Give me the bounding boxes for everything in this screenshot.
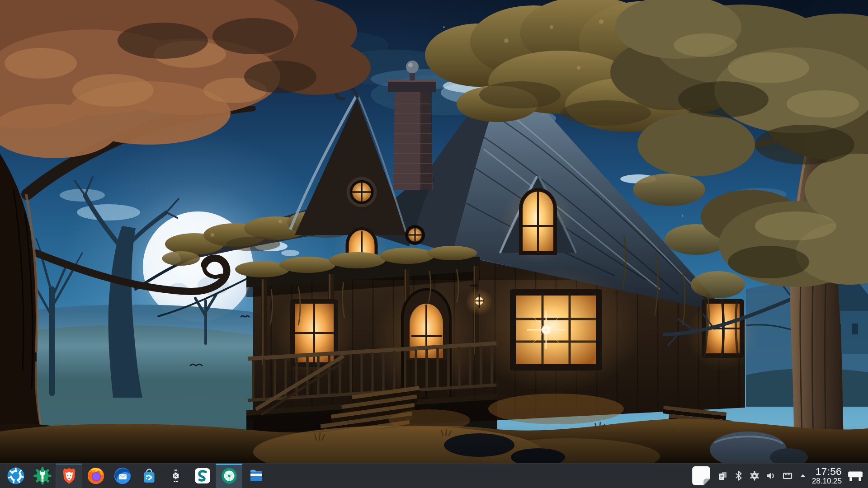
taskbar: K: [0, 463, 868, 488]
discover-bag-icon: [140, 467, 158, 485]
note-tray-button[interactable]: [691, 465, 712, 486]
caret-up-icon: [799, 472, 807, 479]
gear-wrench-icon: [33, 467, 52, 485]
network-tray-button[interactable]: [782, 471, 793, 481]
surfshark-icon: [193, 467, 212, 485]
volume-icon: [766, 471, 776, 481]
note-icon: [691, 465, 712, 486]
taskbar-app-brave[interactable]: [56, 464, 82, 488]
ethernet-icon: [782, 471, 793, 481]
taskbar-app-discover[interactable]: [136, 464, 162, 488]
clipboard-icon: [718, 471, 728, 481]
kdeconnect-phone-icon: K: [167, 467, 185, 485]
taskbar-app-kdeconnect[interactable]: K: [162, 464, 189, 488]
svg-text:K: K: [174, 473, 177, 478]
camera-shutter-icon: [220, 467, 238, 485]
app-launcher-button[interactable]: [2, 464, 29, 488]
clock-time: 17:56: [816, 466, 842, 477]
firefox-icon: [87, 467, 105, 485]
show-desktop-icon: [847, 468, 863, 484]
bluetooth-icon: [734, 471, 743, 481]
clipboard-tray-button[interactable]: [718, 471, 728, 481]
settings-tray-button[interactable]: [750, 471, 760, 481]
taskbar-app-thunderbird[interactable]: [109, 464, 136, 488]
tray-expander-button[interactable]: [799, 472, 807, 479]
clock-date: 28.10.25: [812, 477, 842, 485]
brave-lion-icon: [60, 467, 78, 485]
system-tray: [691, 464, 808, 488]
taskbar-app-surfshark[interactable]: [189, 464, 216, 488]
kde-plasma-logo-icon: [7, 467, 25, 485]
desktop-screen: K: [0, 0, 868, 488]
taskbar-spacer: [269, 464, 691, 488]
volume-tray-button[interactable]: [766, 471, 776, 481]
show-desktop-button[interactable]: [846, 464, 868, 488]
blue-folder-icon: [247, 467, 265, 485]
taskbar-app-spectacle[interactable]: [216, 464, 242, 488]
gear-icon: [750, 471, 760, 481]
desktop-wallpaper[interactable]: [0, 0, 868, 463]
bluetooth-tray-button[interactable]: [734, 471, 743, 481]
digital-clock[interactable]: 17:56 28.10.25: [812, 464, 842, 488]
wallpaper-art: [0, 0, 868, 463]
taskbar-pinned-apps: K: [0, 464, 269, 488]
thunderbird-icon: [113, 467, 132, 485]
taskbar-app-firefox[interactable]: [82, 464, 109, 488]
settings-tool-button[interactable]: [29, 464, 56, 488]
taskbar-app-file-manager[interactable]: [242, 464, 269, 488]
